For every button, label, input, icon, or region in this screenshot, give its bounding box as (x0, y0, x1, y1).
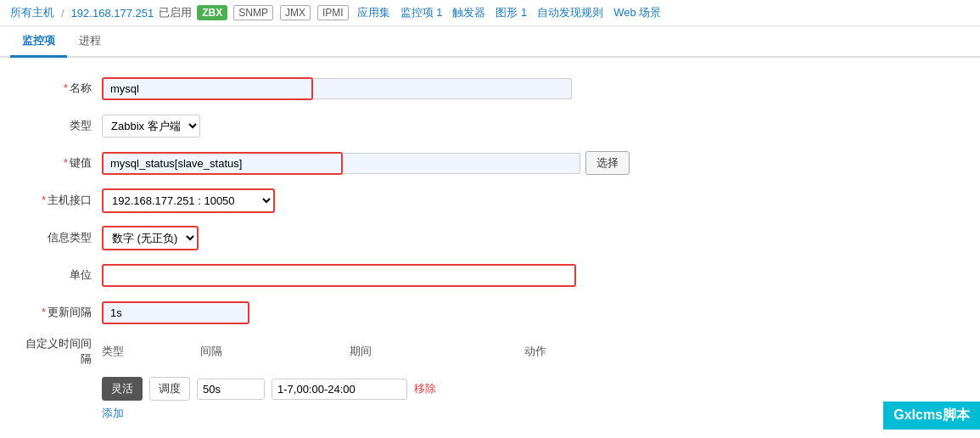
col-interval: 间隔 (200, 344, 222, 359)
nav-web[interactable]: Web 场景 (613, 5, 661, 20)
hi-select-wrapper: 192.168.177.251 : 10050 (102, 188, 275, 213)
nav-graph[interactable]: 图形 1 (496, 5, 527, 20)
info-type-wrapper: 数字 (无正负) (102, 226, 199, 250)
breadcrumb-ip[interactable]: 192.168.177.251 (71, 7, 154, 20)
main-content: *名称 类型 Zabbix 客户端 *键值 选择 *主机接口 192.168.1… (0, 58, 980, 438)
ipmi-badge: IPMI (317, 5, 349, 20)
jmx-badge: JMX (280, 5, 311, 20)
type-inactive-btn[interactable]: 调度 (149, 377, 190, 401)
type-label: 类型 (25, 118, 102, 133)
host-interface-select[interactable]: 192.168.177.251 : 10050 (104, 190, 273, 211)
name-input-extra[interactable] (313, 78, 572, 99)
info-type-row: 信息类型 数字 (无正负) (25, 224, 955, 251)
breadcrumb-sep1: / (61, 7, 64, 20)
hi-required: * (42, 194, 46, 206)
name-row: *名称 (25, 75, 955, 102)
col-type: 类型 (102, 344, 124, 359)
status-text: 已启用 (159, 5, 192, 20)
name-input[interactable] (104, 79, 311, 98)
nav-discovery[interactable]: 自动发现规则 (537, 5, 603, 20)
snmp-badge: SNMP (233, 5, 273, 20)
key-label: *键值 (25, 155, 102, 171)
tab-monitor-item[interactable]: 监控项 (10, 26, 67, 58)
unit-input-wrapper (102, 264, 576, 287)
nav-trigger[interactable]: 触发器 (452, 5, 485, 20)
host-interface-label: *主机接口 (25, 193, 102, 208)
type-row: 类型 Zabbix 客户端 (25, 112, 955, 139)
custom-interval-header-row: 自定义时间间隔 类型 间隔 期间 动作 (25, 336, 955, 367)
update-interval-label: *更新间隔 (25, 305, 102, 320)
key-row: *键值 选择 (25, 149, 955, 177)
period-value-input[interactable] (272, 379, 407, 400)
info-type-label: 信息类型 (25, 230, 102, 245)
col-period: 期间 (350, 344, 372, 359)
tab-bar: 监控项 进程 (0, 26, 980, 58)
top-nav: 所有主机 / 192.168.177.251 已启用 ZBX SNMP JMX … (0, 0, 980, 26)
key-required: * (64, 156, 68, 169)
ui-required: * (42, 306, 46, 318)
custom-interval-section: 自定义时间间隔 类型 间隔 期间 动作 灵活 调度 移除 添加 (25, 336, 955, 421)
remove-link[interactable]: 移除 (414, 381, 436, 396)
custom-interval-col-labels: 类型 间隔 期间 动作 (102, 344, 546, 359)
update-interval-row: *更新间隔 (25, 299, 955, 326)
add-link[interactable]: 添加 (102, 407, 124, 419)
watermark: GxIcms脚本 (883, 402, 980, 430)
type-active-btn[interactable]: 灵活 (102, 377, 143, 401)
update-interval-input[interactable] (104, 303, 248, 323)
key-input-wrapper (102, 152, 343, 175)
unit-row: 单位 (25, 261, 955, 289)
zbx-badge: ZBX (197, 5, 227, 20)
custom-interval-label: 自定义时间间隔 (25, 336, 102, 367)
interval-row-0: 灵活 调度 移除 (102, 377, 955, 401)
name-label: *名称 (25, 81, 102, 96)
key-input-extra[interactable] (343, 153, 580, 174)
update-interval-wrapper (102, 301, 249, 324)
key-select-btn[interactable]: 选择 (585, 151, 630, 175)
add-row: 添加 (102, 406, 955, 421)
unit-label: 单位 (25, 267, 102, 283)
host-interface-row: *主机接口 192.168.177.251 : 10050 (25, 187, 955, 214)
nav-monitor-item[interactable]: 监控项 1 (400, 5, 443, 20)
name-input-wrapper (102, 77, 313, 100)
info-type-select[interactable]: 数字 (无正负) (104, 227, 197, 249)
unit-input[interactable] (104, 266, 574, 285)
name-required: * (64, 81, 68, 94)
interval-value-input[interactable] (197, 379, 265, 400)
col-action: 动作 (524, 344, 546, 359)
key-input[interactable] (104, 154, 341, 173)
breadcrumb-all-hosts[interactable]: 所有主机 (10, 5, 54, 20)
tab-process[interactable]: 进程 (67, 26, 113, 58)
nav-app-set[interactable]: 应用集 (357, 5, 390, 20)
type-select[interactable]: Zabbix 客户端 (102, 115, 200, 138)
